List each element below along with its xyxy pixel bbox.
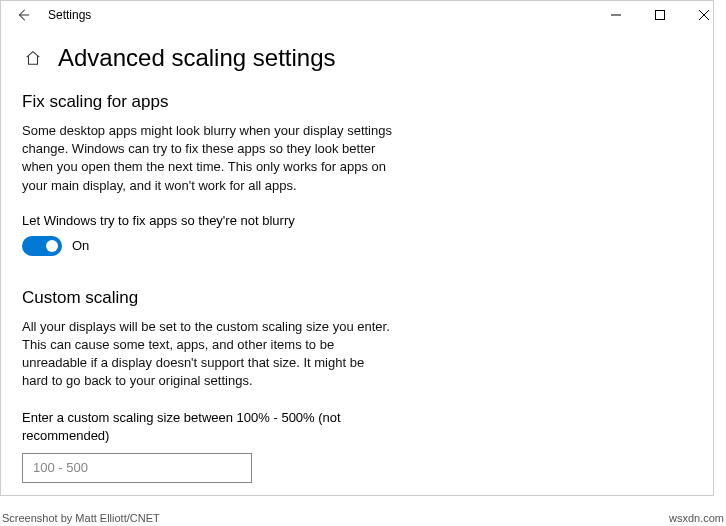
close-button[interactable]: [682, 0, 726, 30]
window-controls: [594, 0, 726, 30]
minimize-button[interactable]: [594, 0, 638, 30]
custom-scaling-input[interactable]: [22, 453, 252, 483]
maximize-icon: [655, 10, 665, 20]
footer: Screenshot by Matt Elliott/CNET wsxdn.co…: [2, 512, 724, 524]
fix-scaling-heading: Fix scaling for apps: [22, 92, 704, 112]
fix-scaling-desc: Some desktop apps might look blurry when…: [22, 122, 392, 195]
screenshot-source: wsxdn.com: [669, 512, 724, 524]
content-area: Advanced scaling settings Fix scaling fo…: [0, 30, 726, 483]
back-arrow-icon: [16, 8, 30, 22]
close-icon: [699, 10, 709, 20]
minimize-icon: [611, 10, 621, 20]
toggle-knob: [46, 240, 58, 252]
screenshot-credit: Screenshot by Matt Elliott/CNET: [2, 512, 160, 524]
maximize-button[interactable]: [638, 0, 682, 30]
blurry-toggle-label: Let Windows try to fix apps so they're n…: [22, 213, 704, 228]
custom-scaling-heading: Custom scaling: [22, 288, 704, 308]
page-title: Advanced scaling settings: [58, 44, 336, 72]
custom-scaling-input-label: Enter a custom scaling size between 100%…: [22, 409, 392, 445]
blurry-toggle-row: On: [22, 236, 704, 256]
home-button[interactable]: [22, 47, 44, 69]
page-header: Advanced scaling settings: [22, 44, 704, 72]
blurry-fix-toggle[interactable]: [22, 236, 62, 256]
toggle-state-text: On: [72, 238, 89, 253]
titlebar: Settings: [0, 0, 726, 30]
svg-rect-0: [656, 11, 665, 20]
custom-scaling-desc: All your displays will be set to the cus…: [22, 318, 392, 391]
back-button[interactable]: [10, 2, 36, 28]
home-icon: [24, 49, 42, 67]
app-title: Settings: [48, 8, 91, 22]
